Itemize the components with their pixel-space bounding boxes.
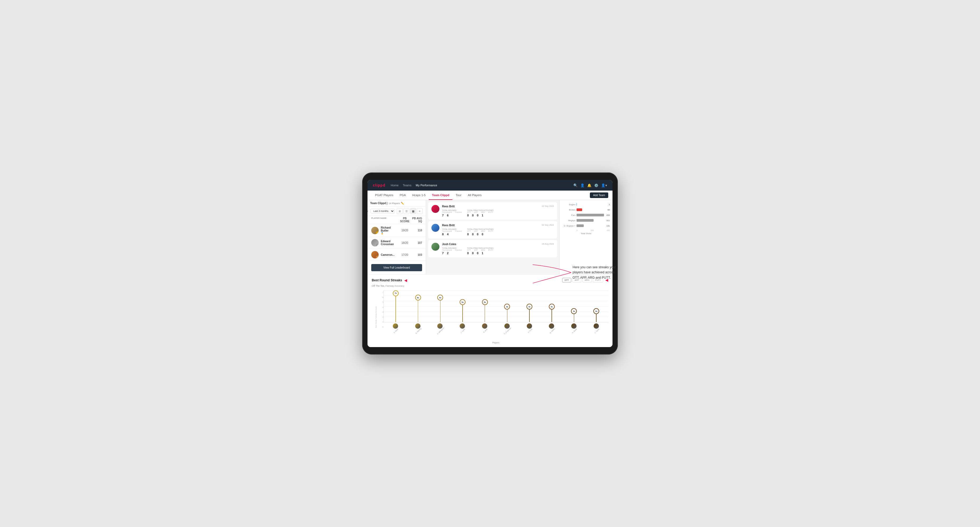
- streak-bar-group: 6x: [429, 290, 451, 322]
- player-name-3: Cameron...: [381, 253, 398, 256]
- chart-area: 7x6x6x5x5x4x4x4x3x3x E. EbertB. McHergD.…: [383, 290, 608, 344]
- y-val-4: 4: [378, 306, 383, 308]
- streak-player-name: B. McHerg: [407, 330, 429, 332]
- player-row[interactable]: 1 Richard Butler 🏅 19/20 110: [368, 224, 426, 237]
- bell-icon[interactable]: 🔔: [587, 183, 592, 187]
- bar-value: 3: [609, 203, 610, 206]
- nav-link-my-performance[interactable]: My Performance: [416, 184, 437, 187]
- ott-label: OTT: [467, 211, 471, 213]
- player-score-2: 18/20: [398, 241, 412, 244]
- y-val-6: 6: [378, 297, 383, 298]
- sub-nav: PGAT Players PGA Hcaps 1-5 Team Clippd T…: [368, 190, 612, 200]
- bar-fill: [577, 219, 593, 222]
- streak-bar-group: 3x: [585, 290, 607, 322]
- streak-bubble: 3x: [593, 308, 599, 314]
- streak-line: [440, 300, 441, 322]
- user-avatar-icon[interactable]: 👤▾: [601, 183, 607, 187]
- team-count: 14 Players: [388, 202, 400, 205]
- streak-player-name: M. Maher: [541, 330, 563, 332]
- streak-avatar-container: [385, 323, 406, 330]
- col-name-header: PLAYER NAME: [371, 217, 398, 223]
- sub-nav-team-clippd[interactable]: Team Clippd: [429, 190, 452, 200]
- streak-bar-group: 4x: [541, 290, 563, 322]
- nav-actions: 🔍 👤 🔔 ⚙️ 👤▾: [573, 183, 607, 187]
- player-name-2: Edward Crossman: [381, 240, 398, 246]
- streak-avatar: [460, 323, 465, 329]
- streak-avatar-container: [429, 323, 451, 330]
- table-view-btn[interactable]: ≡: [417, 208, 423, 214]
- nav-link-teams[interactable]: Teams: [403, 184, 412, 187]
- sub-nav-pga[interactable]: PGA: [396, 190, 409, 200]
- sub-nav-pgat[interactable]: PGAT Players: [372, 190, 396, 200]
- search-icon[interactable]: 🔍: [573, 183, 578, 187]
- view-leaderboard-button[interactable]: View Full Leaderboard: [371, 264, 422, 271]
- streaks-section: Best Round Streaks ◀ OTT APP ARG PUTT ◀ …: [368, 275, 612, 347]
- player-info-3: Cameron...: [381, 253, 398, 256]
- player-row[interactable]: 2 Edward Crossman 18/20 107: [368, 237, 426, 249]
- player-card-name-josh: Josh Coles: [442, 243, 456, 246]
- activities-label: Total Practice Activities: [467, 210, 493, 211]
- edit-icon[interactable]: ✏️: [401, 202, 404, 205]
- card-view-btn[interactable]: ▦: [410, 208, 416, 214]
- arg-label: ARG: [481, 211, 485, 213]
- streak-bubble: 5x: [460, 299, 466, 305]
- streak-avatar: [415, 323, 420, 329]
- sub-nav-all-players[interactable]: All Players: [465, 190, 485, 200]
- col-avg-header: PB AVG SQ: [412, 217, 422, 223]
- sub-nav-links: PGAT Players PGA Hcaps 1-5 Team Clippd T…: [372, 190, 485, 200]
- player-table-header: PLAYER NAME PB SCORE PB AVG SQ: [368, 216, 426, 224]
- person-icon[interactable]: 👤: [580, 183, 584, 187]
- putt-val: 1: [482, 214, 483, 217]
- streak-line: [574, 314, 574, 322]
- tournament-label: Tournament: [442, 211, 452, 213]
- card-avatar-josh: [431, 243, 439, 251]
- streak-line: [462, 305, 463, 322]
- streak-names: E. EbertB. McHergD. BillinghamJ. ColesR.…: [383, 330, 608, 340]
- player-card-name-rees: Rees Britt: [442, 205, 455, 208]
- y-values: 7 6 5 4 3 2 1 0: [378, 290, 383, 344]
- bar-container: [577, 203, 607, 206]
- sub-nav-tour[interactable]: Tour: [452, 190, 465, 200]
- streak-line: [552, 310, 552, 322]
- nav-link-home[interactable]: Home: [391, 184, 398, 187]
- streak-avatar-container: [563, 323, 585, 330]
- players-x-label: Players: [383, 341, 608, 344]
- streak-player-name: E. Crossman: [496, 330, 518, 332]
- bar-chart: Eagles 3 Birdies 96 Pars 499 Bogeys 311 …: [562, 203, 610, 227]
- bar-value: 499: [606, 214, 610, 216]
- annotation-text: Here you can see streaks your players ha…: [573, 265, 620, 280]
- grid-view-btn[interactable]: ⊞: [397, 208, 402, 214]
- show-select[interactable]: Last 3 months: [371, 209, 395, 213]
- player-avg-3: 103: [412, 253, 422, 256]
- streak-avatar: [593, 323, 599, 329]
- tablet-frame: clippd Home Teams My Performance 🔍 👤 🔔 ⚙…: [362, 173, 618, 354]
- streak-bar-group: 5x: [474, 290, 496, 322]
- card-avatar-rees: [431, 205, 439, 213]
- streak-line: [396, 296, 396, 322]
- bar-value: 96: [608, 209, 610, 211]
- streak-avatar-container: [585, 323, 607, 330]
- streak-player-name: E. Ebert: [385, 330, 406, 332]
- y-val-3: 3: [378, 311, 383, 313]
- streak-avatar: [527, 323, 532, 329]
- player-card-name-rees2: Rees Britt: [442, 224, 455, 227]
- col-score-header: PB SCORE: [398, 217, 412, 223]
- player-row[interactable]: 3 Cameron... 17/20 103: [368, 249, 426, 261]
- card-info-rees2: Rees Britt 02 Sep 2023 Total Rounds Tour…: [442, 224, 554, 236]
- bar-label: D. Bogeys +: [562, 225, 576, 227]
- list-view-btn[interactable]: ☰: [403, 208, 409, 214]
- arrow-indicator: ◀: [404, 278, 407, 283]
- streak-bubble: 4x: [549, 304, 555, 310]
- rounds-sublabels: Tournament Practice: [442, 211, 462, 213]
- bar-fill: [577, 214, 604, 216]
- player-avatar-3: 3: [371, 251, 379, 259]
- settings-icon[interactable]: ⚙️: [594, 183, 598, 187]
- player-name-1: Richard Butler: [381, 226, 398, 232]
- player-info-2: Edward Crossman: [381, 240, 398, 246]
- sub-nav-hcaps[interactable]: Hcaps 1-5: [409, 190, 429, 200]
- tablet-screen: clippd Home Teams My Performance 🔍 👤 🔔 ⚙…: [368, 180, 612, 347]
- chart-x-axis: 0 200 400: [562, 229, 610, 231]
- add-team-button[interactable]: Add Team: [590, 192, 608, 198]
- streak-bubble: 3x: [571, 308, 577, 314]
- player-card-first: Rees Britt 02 Sep 2023 Total Rounds Tour…: [428, 202, 557, 220]
